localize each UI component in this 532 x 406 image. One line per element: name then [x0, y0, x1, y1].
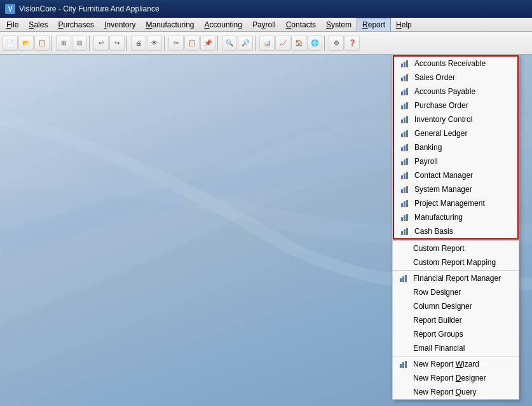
chart-icon-manufacturing	[399, 212, 411, 223]
dropdown-label-inventory-control: Inventory Control	[414, 115, 472, 124]
svg-rect-14	[406, 116, 408, 123]
dropdown-item-general-ledger[interactable]: General Ledger	[394, 126, 517, 140]
dropdown-label-purchase-order: Purchase Order	[414, 101, 468, 110]
dropdown-item-sales-order[interactable]: Sales Order	[394, 71, 517, 85]
menu-help[interactable]: Help	[391, 18, 417, 31]
svg-rect-3	[401, 78, 403, 81]
svg-rect-44	[405, 361, 407, 368]
toolbar-btn-13[interactable]: 🔍	[222, 36, 237, 51]
dropdown-label-accounts-payable: Accounts Payable	[414, 87, 475, 96]
svg-rect-31	[404, 201, 406, 207]
menu-payroll[interactable]: Payroll	[247, 18, 281, 31]
dropdown-item-contact-manager[interactable]: Contact Manager	[394, 168, 517, 182]
toolbar-btn-20[interactable]: ❓	[344, 36, 360, 51]
menu-file[interactable]: File	[1, 18, 24, 31]
dropdown-item-banking[interactable]: Banking	[394, 140, 517, 154]
chart-icon-cash-basis	[399, 226, 411, 237]
toolbar-btn-7[interactable]: ↪	[109, 36, 125, 51]
toolbar-sep-7	[324, 36, 327, 51]
toolbar-btn-3[interactable]: 📋	[34, 36, 50, 51]
chart-icon-new-report-wizard	[398, 358, 409, 370]
svg-rect-32	[406, 200, 408, 207]
toolbar-btn-15[interactable]: 📊	[259, 36, 275, 51]
chart-icon-banking	[399, 142, 411, 153]
svg-rect-1	[404, 62, 406, 67]
dropdown-sep-2	[393, 270, 519, 271]
toolbar-btn-11[interactable]: 📋	[184, 36, 200, 51]
dropdown-item-report-builder[interactable]: Report Builder	[393, 313, 519, 327]
toolbar-btn-4[interactable]: ⊞	[56, 36, 71, 51]
dropdown-item-accounts-payable[interactable]: Accounts Payable	[394, 85, 517, 98]
svg-rect-5	[406, 74, 408, 81]
menu-sales-label: Sales	[29, 20, 48, 29]
dropdown-section-modules: Accounts Receivable Sales Order Accounts…	[393, 55, 519, 240]
toolbar-btn-12[interactable]: 📌	[200, 36, 215, 51]
icon-row-designer	[398, 287, 409, 298]
dropdown-item-email-financial[interactable]: Email Financial	[393, 341, 519, 355]
toolbar-btn-14[interactable]: 🔎	[238, 36, 253, 51]
menu-purchases[interactable]: Purchases	[53, 18, 99, 31]
toolbar-btn-16[interactable]: 📈	[275, 36, 290, 51]
dropdown-item-report-groups[interactable]: Report Groups	[393, 327, 519, 341]
dropdown-item-column-designer[interactable]: Column Designer	[393, 299, 519, 313]
dropdown-item-custom-report-mapping[interactable]: Custom Report Mapping	[393, 255, 519, 269]
dropdown-item-new-report-designer[interactable]: New Report Designer	[393, 371, 519, 385]
dropdown-item-system-manager[interactable]: System Manager	[394, 182, 517, 196]
dropdown-item-purchase-order[interactable]: Purchase Order	[394, 98, 517, 112]
dropdown-item-cash-basis[interactable]: Cash Basis	[394, 224, 517, 238]
svg-rect-0	[401, 64, 403, 67]
dropdown-item-row-designer[interactable]: Row Designer	[393, 285, 519, 299]
svg-rect-13	[404, 118, 406, 123]
menu-system-label: System	[326, 20, 351, 29]
chart-icon-inventory-control	[399, 114, 411, 125]
toolbar-btn-19[interactable]: ⚙	[329, 36, 344, 51]
svg-rect-19	[404, 145, 406, 151]
chart-icon-payroll	[399, 156, 411, 167]
menu-inventory[interactable]: Inventory	[99, 18, 140, 31]
menu-sales[interactable]: Sales	[24, 18, 53, 31]
svg-rect-4	[404, 76, 406, 81]
chart-icon-financial-report-manager	[398, 273, 409, 284]
dropdown-item-payroll[interactable]: Payroll	[394, 154, 517, 168]
toolbar-btn-5[interactable]: ⊟	[72, 36, 87, 51]
svg-rect-30	[401, 203, 403, 207]
dropdown-item-inventory-control[interactable]: Inventory Control	[394, 112, 517, 126]
menu-manufacturing-label: Manufacturing	[146, 20, 194, 29]
menu-contacts-label: Contacts	[286, 20, 316, 29]
dropdown-item-project-management[interactable]: Project Management	[394, 196, 517, 210]
chart-icon-contact-manager	[399, 170, 411, 181]
dropdown-label-row-designer: Row Designer	[413, 288, 461, 297]
menu-report[interactable]: Report	[357, 18, 391, 31]
icon-email-financial	[398, 342, 409, 354]
svg-rect-6	[401, 91, 403, 95]
chart-icon-purchase-order	[399, 100, 411, 111]
toolbar-btn-9[interactable]: 👁	[147, 36, 162, 51]
menu-contacts[interactable]: Contacts	[281, 18, 321, 31]
menu-manufacturing[interactable]: Manufacturing	[140, 18, 199, 31]
dropdown-item-financial-report-manager[interactable]: Financial Report Manager	[393, 271, 519, 285]
icon-new-report-query	[398, 386, 409, 398]
menu-inventory-label: Inventory	[104, 20, 135, 29]
dropdown-item-manufacturing[interactable]: Manufacturing	[394, 210, 517, 224]
chart-icon-sales-order	[399, 72, 411, 83]
dropdown-label-report-groups: Report Groups	[413, 330, 463, 339]
dropdown-label-system-manager: System Manager	[414, 185, 472, 194]
dropdown-item-new-report-wizard[interactable]: New Report Wizard	[393, 357, 519, 371]
svg-rect-23	[406, 158, 408, 165]
toolbar-btn-18[interactable]: 🌐	[307, 36, 322, 51]
dropdown-item-accounts-receivable[interactable]: Accounts Receivable	[394, 57, 517, 71]
toolbar-btn-8[interactable]: 🖨	[131, 36, 146, 51]
chart-icon-system-manager	[399, 184, 411, 195]
svg-rect-38	[406, 228, 408, 235]
toolbar-btn-17[interactable]: 🏠	[291, 36, 306, 51]
dropdown-label-custom-report-mapping: Custom Report Mapping	[413, 258, 496, 267]
dropdown-item-new-report-query[interactable]: New Report Query	[393, 385, 519, 399]
dropdown-item-custom-report[interactable]: Custom Report	[393, 241, 519, 255]
menu-system[interactable]: System	[321, 18, 357, 31]
toolbar-btn-10[interactable]: ✂	[168, 36, 184, 51]
toolbar-btn-open[interactable]: 📂	[18, 36, 34, 51]
toolbar-btn-6[interactable]: ↩	[93, 36, 109, 51]
toolbar-sep-2	[89, 36, 92, 51]
menu-accounting[interactable]: Accounting	[200, 18, 247, 31]
toolbar-btn-new[interactable]: 📄	[3, 36, 18, 51]
